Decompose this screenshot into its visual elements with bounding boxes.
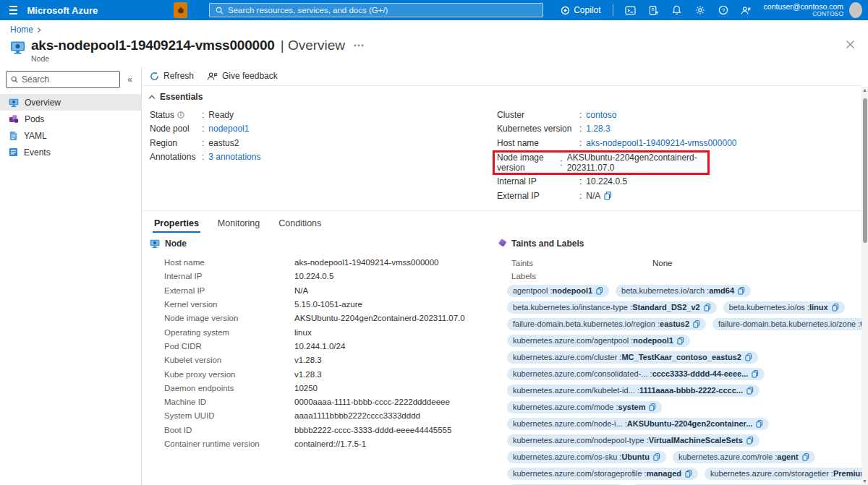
copy-icon[interactable] (832, 304, 839, 312)
scrollbar-thumb[interactable] (863, 98, 867, 243)
copy-icon[interactable] (752, 370, 759, 378)
more-menu-icon[interactable] (351, 44, 367, 47)
k8s-version-link[interactable]: 1.28.3 (586, 124, 610, 134)
field-label: Kubernetes version (497, 124, 579, 134)
chevron-right-icon (36, 27, 42, 33)
copy-icon[interactable] (596, 287, 603, 295)
copy-icon[interactable] (653, 453, 660, 461)
cluster-link[interactable]: contoso (586, 110, 616, 120)
bell-icon (672, 5, 681, 15)
sidebar-search-input[interactable] (22, 74, 115, 85)
copy-icon[interactable] (746, 387, 754, 395)
copy-icon[interactable] (677, 337, 684, 345)
label-chip[interactable]: beta.kubernetes.io/archamd64 (616, 285, 751, 298)
copy-icon[interactable] (802, 453, 809, 461)
hamburger-menu-icon[interactable] (0, 0, 27, 20)
feedback-person-icon (741, 6, 752, 15)
label-chip[interactable]: kubernetes.azure.com/agentpoolnodepool1 (507, 335, 690, 348)
scroll-down-icon[interactable]: ▼ (861, 478, 868, 485)
main-content: Refresh Give feedback Essentials Status … (142, 66, 861, 485)
tab-properties[interactable]: Properties (150, 215, 203, 233)
copy-icon[interactable] (756, 420, 763, 428)
copilot-label: Copilot (574, 5, 600, 15)
copy-icon[interactable] (649, 403, 656, 411)
annotations-link[interactable]: 3 annotations (208, 152, 260, 162)
copilot-icon (561, 6, 570, 15)
sidebar-item-label: Events (24, 147, 51, 158)
external-ip-value: N/A (586, 191, 600, 201)
cloud-shell-button[interactable] (621, 1, 641, 19)
notifications-button[interactable] (667, 1, 687, 19)
label-chip[interactable]: agentpoolnodepool1 (507, 285, 609, 298)
label-chip[interactable]: kubernetes.azure.com/node-i...AKSUbuntu-… (507, 418, 769, 431)
label-chip[interactable]: kubernetes.azure.com/clusterMC_TestKaar_… (507, 351, 758, 364)
breadcrumb-home-link[interactable]: Home (10, 25, 33, 35)
copy-icon[interactable] (693, 320, 700, 328)
copy-icon[interactable] (685, 470, 692, 478)
label-chip[interactable]: kubernetes.azure.com/roleagent (673, 451, 815, 464)
give-feedback-button[interactable]: Give feedback (207, 71, 278, 81)
label-chip[interactable]: kubernetes.azure.com/modesystem (507, 401, 662, 414)
refresh-button[interactable]: Refresh (150, 71, 194, 81)
sidebar-collapse-icon[interactable]: « (124, 74, 135, 85)
directory-filter-button[interactable] (644, 1, 664, 19)
label-chip[interactable]: beta.kubernetes.io/oslinux (723, 301, 845, 314)
sidebar-search[interactable] (6, 71, 120, 88)
prop-label: Operating system (164, 328, 294, 337)
label-chip[interactable]: kubernetes.azure.com/kubelet-id...1111aa… (507, 385, 760, 398)
label-chip[interactable]: kubernetes.azure.com/storageprofilemanag… (507, 468, 698, 481)
copy-icon[interactable] (704, 304, 711, 312)
events-icon (9, 147, 18, 157)
tab-monitoring[interactable]: Monitoring (213, 215, 264, 233)
label-chip[interactable]: kubernetes.azure.com/storagetierPremium_… (705, 468, 868, 481)
node-resource-icon (10, 40, 25, 63)
copilot-button[interactable]: Copilot (556, 5, 605, 15)
page-header: aks-nodepool1-19409214-vmss000000 | Over… (10, 38, 367, 63)
label-chip[interactable]: kubernetes.azure.com/nodepool-typeVirtua… (507, 434, 760, 447)
account-info[interactable]: contuser@contoso.com CONTOSO (764, 3, 843, 18)
info-icon[interactable] (177, 111, 184, 119)
node-icon (150, 239, 160, 249)
scroll-up-icon[interactable]: ▲ (861, 87, 868, 94)
extension-badge-icon[interactable] (174, 2, 187, 18)
essentials-row-k8s-version: Kubernetes version: 1.28.3 (497, 122, 859, 137)
sidebar: « Overview Pods YAML Events (0, 66, 142, 485)
essentials-row-region: Region: eastus2 (150, 136, 497, 150)
prop-label: Pod CIDR (164, 342, 294, 351)
label-chip[interactable]: kubernetes.azure.com/os-skuUbuntu (507, 451, 666, 464)
help-button[interactable]: ? (713, 1, 733, 19)
copy-icon[interactable] (738, 287, 745, 295)
global-search[interactable] (209, 3, 543, 17)
feedback-button[interactable] (736, 1, 757, 19)
label-chip[interactable]: beta.kubernetes.io/instance-typeStandard… (507, 301, 717, 314)
label-chip[interactable]: failure-domain.beta.kubernetes.io/region… (507, 318, 706, 331)
hostname-link[interactable]: aks-nodepool1-19409214-vmss000000 (586, 138, 736, 148)
copy-icon[interactable] (745, 353, 752, 361)
labels-caption: Labels (497, 272, 859, 280)
sidebar-item-overview[interactable]: Overview (0, 94, 141, 111)
page-title: aks-nodepool1-19409214-vmss000000 (31, 38, 275, 53)
taints-value: None (652, 259, 673, 267)
sidebar-item-events[interactable]: Events (0, 144, 141, 160)
global-search-input[interactable] (228, 6, 537, 14)
essentials: Status : Ready Node pool: nodepool1 Regi… (142, 105, 861, 210)
tab-conditions[interactable]: Conditions (274, 215, 326, 233)
essentials-toggle[interactable]: Essentials (142, 86, 861, 105)
avatar[interactable] (849, 2, 862, 18)
topbar-divider (613, 4, 613, 16)
sidebar-item-pods[interactable]: Pods (0, 111, 141, 127)
label-chip[interactable]: failure-domain.beta.kubernetes.io/zone0 (712, 318, 868, 331)
prop-value: aaaa1111bbbb2222cccc3333dddd (294, 411, 420, 420)
azure-brand[interactable]: Microsoft Azure (27, 5, 98, 16)
settings-button[interactable] (690, 1, 710, 19)
nodepool-link[interactable]: nodepool1 (208, 124, 249, 134)
vertical-scrollbar[interactable]: ▲ ▼ (861, 87, 868, 485)
close-icon[interactable] (846, 40, 855, 49)
node-image-version-value: AKSUbuntu-2204gen2containerd-202311.07.0 (567, 153, 703, 173)
copy-icon[interactable] (604, 192, 612, 200)
prop-label: Internal IP (164, 272, 294, 280)
sidebar-item-label: Overview (25, 98, 61, 108)
sidebar-item-yaml[interactable]: YAML (0, 127, 141, 144)
label-chip[interactable]: kubernetes.azure.com/consolidated-...ccc… (507, 368, 765, 381)
copy-icon[interactable] (746, 437, 754, 445)
